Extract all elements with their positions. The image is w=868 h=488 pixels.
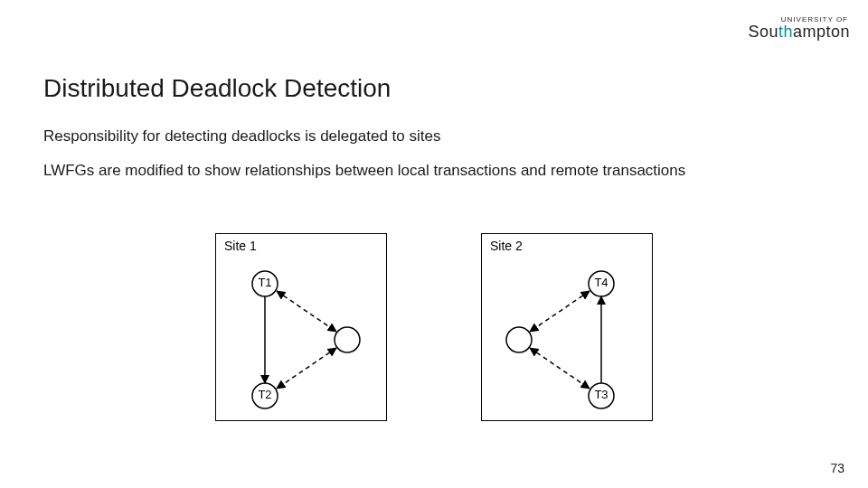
body-paragraph-2: LWFGs are modified to show relationships…: [43, 161, 825, 180]
body-paragraph-1: Responsibility for detecting deadlocks i…: [43, 127, 825, 145]
site1-edge-ext-t2: [277, 348, 336, 389]
site2-edge-ext-t3: [530, 348, 590, 389]
page-number: 73: [830, 461, 844, 475]
university-logo: UNIVERSITY OF Southampton: [748, 16, 850, 40]
site2-node-t4-label: T4: [594, 276, 608, 289]
site1-edge-t1-ext: [277, 291, 336, 332]
site1-node-t2-label: T2: [258, 388, 271, 401]
site1-node-external: [335, 327, 360, 352]
logo-main: Southampton: [748, 23, 850, 40]
site2-node-external: [506, 327, 532, 352]
diagram-svg: T1 T2 T4 T3: [0, 233, 868, 441]
site2-edge-t4-ext: [530, 291, 590, 332]
site1-node-t1-label: T1: [258, 276, 271, 289]
lwfg-diagram: Site 1 Site 2 T1 T2 T4 T3: [0, 233, 868, 441]
slide-title: Distributed Deadlock Detection: [43, 74, 391, 103]
site2-node-t3-label: T3: [594, 388, 608, 401]
